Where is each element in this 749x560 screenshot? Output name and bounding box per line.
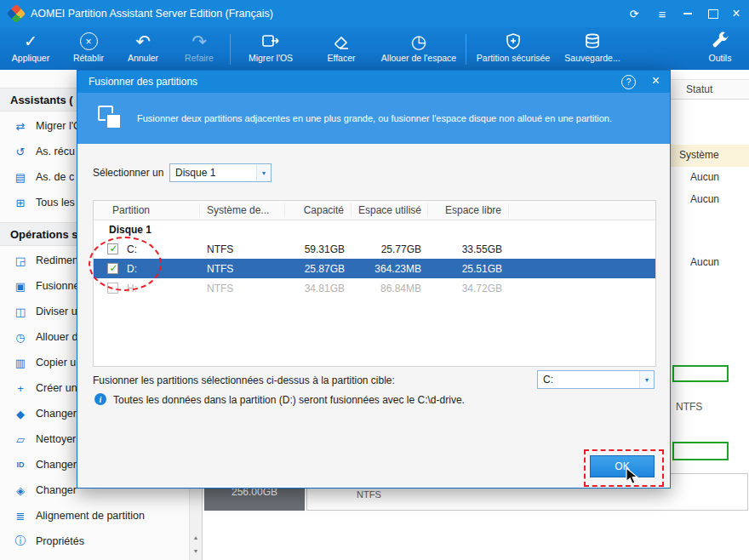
clock-icon: ◷: [374, 30, 463, 53]
tools-button[interactable]: Outils: [695, 30, 746, 69]
annotation-rect-ok: [584, 449, 664, 487]
disk-row-fs-label: NTFS: [357, 489, 381, 500]
redo-arrow-icon: ↷: [174, 30, 225, 53]
help-icon[interactable]: ?: [621, 75, 636, 89]
undo-button[interactable]: ↶ Annuler: [117, 30, 169, 69]
disk-select[interactable]: Disque 1 ▼: [169, 163, 272, 182]
scroll-up-icon[interactable]: ▲: [191, 534, 201, 540]
minimize-button[interactable]: [675, 0, 700, 27]
discard-button[interactable]: × Rétablir: [61, 30, 116, 69]
partition-row-h[interactable]: H: NTFS 34.81GB 86.84MB 34.72GB: [94, 278, 655, 298]
backup-button[interactable]: Sauvegarde...: [558, 30, 626, 69]
partition-table-header: Partition Système de... Capacité Espace …: [94, 201, 655, 220]
close-button[interactable]: ×: [723, 0, 749, 27]
backup-label: Sauvegarde...: [558, 53, 626, 63]
sidebar-item-label: Créer un: [36, 382, 77, 394]
merge-square-front: [106, 113, 122, 129]
partition-map-fs-label: NTFS: [676, 401, 702, 413]
sidebar-item-label: As. de c: [36, 171, 74, 183]
alignment-icon: ≣: [12, 510, 29, 523]
col-free-space[interactable]: Espace libre: [428, 203, 509, 217]
chevron-down-icon: ▼: [256, 164, 271, 181]
partition-map-block-2[interactable]: [672, 442, 729, 460]
sidebar-item-label: Nettoyer: [36, 433, 76, 445]
sidebar-item-label: Diviser u: [36, 306, 77, 317]
discard-label: Rétablir: [61, 53, 116, 63]
copy-icon: ▥: [12, 357, 29, 369]
sidebar-item-label: Tous les: [36, 197, 75, 209]
apply-button[interactable]: ✓ Appliquer: [3, 30, 58, 69]
cell-capacity: 25.87GB: [285, 263, 352, 275]
target-partition-select[interactable]: C: ▼: [537, 370, 655, 389]
allocate-space-label: Allouer de l'espace: [374, 53, 463, 63]
id-icon: ID: [12, 460, 29, 469]
sidebar-item-label: Allouer d: [36, 331, 77, 343]
database-icon: [558, 30, 626, 53]
maximize-button[interactable]: [700, 0, 726, 27]
disk-group-row[interactable]: Disque 1: [94, 220, 655, 239]
migrate-icon: ⇄: [12, 120, 29, 133]
cell-free: 33.55GB: [428, 243, 509, 255]
all-tools-icon: ⊞: [12, 197, 29, 209]
close-icon[interactable]: ×: [652, 73, 660, 89]
properties-icon: ⓘ: [12, 534, 29, 549]
col-filesystem[interactable]: Système de...: [200, 203, 285, 217]
wrench-icon: [695, 30, 746, 53]
migrate-os-button[interactable]: Migrer l'OS: [238, 30, 303, 69]
minimize-icon: [683, 13, 692, 14]
cell-filesystem: NTFS: [200, 263, 285, 275]
cell-capacity: 34.81GB: [285, 283, 352, 294]
cell-used: 86.84MB: [352, 283, 428, 294]
dialog-banner: Fusionner deux partitions adjacentes en …: [77, 93, 670, 144]
toolbar-separator: [230, 34, 231, 65]
status-value-system: Système: [679, 149, 719, 161]
partition-map-block-1[interactable]: [672, 365, 729, 382]
shield-icon: [472, 30, 555, 53]
sidebar-item-label: Copier u: [36, 357, 76, 369]
target-partition-value: C:: [538, 374, 639, 386]
status-value-none-2: Aucun: [690, 193, 719, 205]
wipe-button[interactable]: Effacer: [312, 30, 371, 69]
dialog-description: Fusionner deux partitions adjacentes en …: [137, 93, 661, 144]
refresh-icon[interactable]: ⟳: [621, 0, 647, 27]
dialog-title-bar: Fusionner des partitions ? ×: [77, 71, 670, 93]
sidebar-item-label: As. récu: [36, 146, 75, 157]
sidebar-item-label: Changer: [36, 459, 77, 471]
cell-used: 364.23MB: [352, 263, 428, 275]
app-window: AOMEI Partition Assistant Server Edition…: [0, 0, 749, 560]
discard-x-icon: ×: [61, 30, 116, 53]
migrate-os-label: Migrer l'OS: [238, 53, 303, 63]
col-used-space[interactable]: Espace utilisé: [352, 203, 428, 217]
menu-icon[interactable]: ≡: [649, 0, 675, 27]
toolbar: ✓ Appliquer × Rétablir ↶ Annuler ↷ Refai…: [0, 27, 749, 70]
wipe-icon: ▱: [12, 433, 29, 446]
sidebar-item-label: Fusionne: [36, 280, 79, 292]
cell-free: 25.51GB: [428, 263, 509, 275]
apply-check-icon: ✓: [3, 30, 58, 53]
status-value-none-3: Aucun: [690, 256, 719, 268]
partition-row-c[interactable]: C: NTFS 59.31GB 25.77GB 33.55GB: [94, 239, 655, 259]
merge-info-text: Toutes les données dans la partition (D:…: [113, 394, 465, 406]
col-partition[interactable]: Partition: [94, 203, 200, 217]
redo-label: Refaire: [174, 53, 225, 63]
partition-row-d[interactable]: D: NTFS 25.87GB 364.23MB 25.51GB: [94, 259, 655, 278]
cell-filesystem: NTFS: [200, 283, 285, 294]
sidebar-item-label: Propriétés: [36, 535, 84, 547]
secure-partition-button[interactable]: Partition sécurisée: [472, 30, 555, 69]
allocate-icon: ◷: [12, 331, 29, 344]
cell-filesystem: NTFS: [200, 243, 285, 255]
dialog-title: Fusionner des partitions: [89, 76, 197, 88]
window-title: AOMEI Partition Assistant Server Edition…: [31, 8, 273, 20]
sidebar-item-label: Redimen: [36, 254, 78, 266]
status-column-header[interactable]: Statut: [686, 83, 712, 95]
eraser-icon: [312, 30, 371, 53]
letter-icon: ◈: [12, 484, 29, 497]
allocate-space-button[interactable]: ◷ Allouer de l'espace: [374, 30, 463, 69]
sidebar-item-properties[interactable]: ⓘ Propriétés: [0, 529, 189, 554]
scroll-down-icon[interactable]: ▼: [191, 548, 201, 554]
col-capacity[interactable]: Capacité: [285, 203, 352, 217]
toolbar-separator: [466, 34, 466, 65]
sidebar-item-alignment[interactable]: ≣ Alignement de partition: [0, 503, 189, 529]
annotation-ellipse-checkboxes: [89, 237, 162, 291]
recovery-icon: ↺: [12, 146, 29, 158]
